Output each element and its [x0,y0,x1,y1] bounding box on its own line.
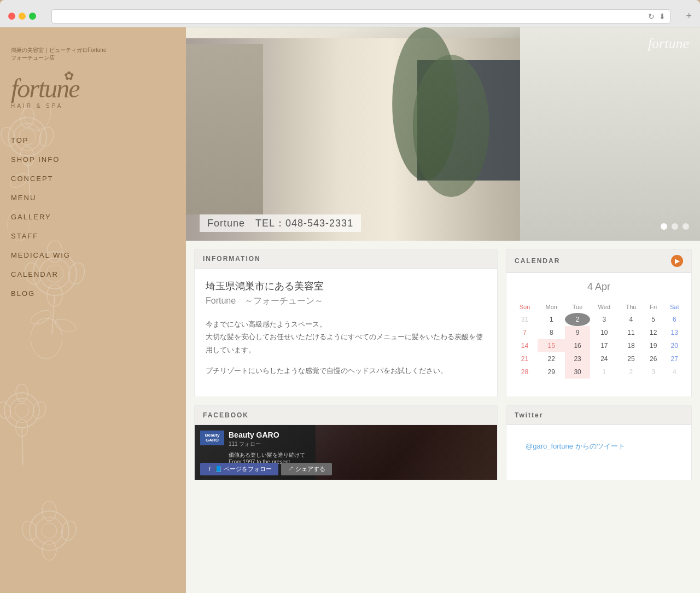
cal-cell-holiday[interactable]: 15 [538,339,565,352]
calendar-week-1: 31 1 2 3 4 5 6 [512,313,686,326]
cal-cell[interactable]: 21 [512,352,538,365]
hero-tel-text: Fortune TEL：048-543-2331 [200,214,361,232]
cal-th-sat: Sat [663,301,686,313]
calendar-week-3: 14 15 16 17 18 19 20 [512,339,686,352]
svg-point-18 [54,317,78,334]
twitter-body: @garo_fortune からのツイート [506,425,691,468]
cal-cell[interactable]: 25 [619,352,644,365]
cal-th-mon: Mon [538,301,565,313]
cal-cell[interactable]: 8 [538,326,565,339]
hero-slide-dots [661,223,689,230]
close-dot[interactable] [8,13,15,20]
sidebar-item-calendar[interactable]: CALENDAR [11,265,175,284]
facebook-icon: ｆ [207,466,213,472]
twitter-header: Twitter [506,406,691,425]
main-content: fortune Fortune TEL：048-543-2331 INFORMA… [186,27,700,593]
calendar-month: 4 Apr [512,278,686,295]
cal-cell[interactable]: 18 [619,339,644,352]
sidebar-item-top[interactable]: TOP [11,131,175,150]
cal-cell[interactable]: 4 [663,365,686,379]
cal-cell[interactable]: 3 [644,365,663,379]
cal-cell[interactable]: 31 [512,313,538,326]
calendar-week-2: 7 8 9 10 11 12 13 [512,326,686,339]
address-bar[interactable]: ↻ ⬇ [51,9,670,24]
sidebar-item-medical-wig[interactable]: MEDICAL WIG [11,246,175,265]
sidebar-item-concept[interactable]: CONCEPT [11,169,175,188]
browser-chrome: ↻ ⬇ + [0,0,700,27]
cal-cell[interactable]: 1 [590,365,619,379]
cal-cell[interactable]: 5 [644,313,663,326]
minimize-dot[interactable] [19,13,26,20]
cal-th-tue: Tue [565,301,590,313]
twitter-link[interactable]: @garo_fortune からのツイート [517,436,680,457]
logo-area: ✿ fortune HAIR & SPA [11,70,175,114]
calendar-next-button[interactable]: ▶ [671,255,683,267]
page-wrapper: 鴻巣の美容室｜ビューティガロFortune フォーチューン店 ✿ fortune… [0,27,700,593]
cal-cell[interactable]: 17 [590,339,619,352]
cal-cell[interactable]: 26 [644,352,663,365]
svg-point-29 [42,523,57,538]
sidebar-item-shop-info[interactable]: SHOP INFO [11,150,175,169]
cal-cell[interactable]: 19 [644,339,663,352]
facebook-tagline: 価値ある楽しい髪を造り続けて [229,451,305,459]
hero-dot-2[interactable] [672,223,678,230]
cal-cell-closed[interactable]: 16 [565,339,590,352]
hero-dot-3[interactable] [682,223,689,230]
new-tab-button[interactable]: + [686,10,692,22]
cal-cell[interactable]: 3 [590,313,619,326]
cal-cell-closed[interactable]: 9 [565,326,590,339]
cal-th-fri: Fri [644,301,663,313]
facebook-header: FACEBOOK [195,406,497,425]
sidebar-item-gallery[interactable]: GALLERY [11,207,175,226]
cal-cell-closed[interactable]: 30 [565,365,590,379]
cal-cell[interactable]: 14 [512,339,538,352]
cal-cell[interactable]: 13 [663,326,686,339]
cal-cell[interactable]: 20 [663,339,686,352]
info-text-2: プチリゾートにいらしたような感覚で自慢のヘッドスパをお試しください。 [206,364,486,377]
content-grid: INFORMATION 埼玉県鴻巣市にある美容室 Fortune ～フォーチュー… [186,241,700,405]
cal-cell-closed[interactable]: 23 [565,352,590,365]
sidebar-content: 鴻巣の美容室｜ビューティガロFortune フォーチューン店 ✿ fortune… [0,38,186,311]
cal-cell[interactable]: 29 [538,365,565,379]
cal-cell[interactable]: 11 [619,326,644,339]
info-text-1: 今までにない高級感たようスペース。大切な髪を安心してお任せいただけるようにすべて… [206,318,486,356]
facebook-badge: BeautyGARO [200,431,224,445]
sidebar-item-staff[interactable]: STAFF [11,226,175,246]
maximize-dot[interactable] [29,13,36,20]
sidebar: 鴻巣の美容室｜ビューティガロFortune フォーチューン店 ✿ fortune… [0,27,186,593]
cal-cell[interactable]: 10 [590,326,619,339]
calendar-panel: CALENDAR ▶ 4 Apr Sun Mon Tue Wed Thu [506,249,692,397]
cal-cell[interactable]: 28 [512,365,538,379]
svg-point-22 [0,400,13,421]
cal-cell-today[interactable]: 2 [565,313,590,326]
facebook-page-name: Beauty GARO [229,431,279,439]
facebook-share-button[interactable]: ↗ シェアする [281,463,332,475]
cal-cell[interactable]: 2 [619,365,644,379]
hero-dot-1[interactable] [661,223,667,230]
cal-cell[interactable]: 24 [590,352,619,365]
facebook-follow-button[interactable]: ｆ 📘 ページをフォロー [200,463,278,475]
cal-cell[interactable]: 1 [538,313,565,326]
logo-clover: ✿ [64,69,74,83]
calendar-header-row: Sun Mon Tue Wed Thu Fri Sat [512,301,686,313]
hero-tel-area: Fortune TEL：048-543-2331 [186,206,700,241]
facebook-followers: 111 フォロー [229,440,261,448]
cal-cell[interactable]: 12 [644,326,663,339]
cal-cell[interactable]: 7 [512,326,538,339]
hero-building-left [186,44,263,214]
cal-cell[interactable]: 6 [663,313,686,326]
calendar-week-4: 21 22 23 24 25 26 27 [512,352,686,365]
twitter-panel: Twitter @garo_fortune からのツイート [506,405,692,480]
calendar-body: 4 Apr Sun Mon Tue Wed Thu Fri Sat [506,273,691,384]
facebook-image: BeautyGARO Beauty GARO 111 フォロー 価値ある楽しい髪… [195,425,497,480]
sidebar-item-menu[interactable]: MENU [11,188,175,207]
cal-cell[interactable]: 27 [663,352,686,365]
cal-th-wed: Wed [590,301,619,313]
sidebar-item-blog[interactable]: BLOG [11,284,175,303]
cal-th-sun: Sun [512,301,538,313]
download-icon: ⬇ [659,12,666,21]
cal-cell[interactable]: 22 [538,352,565,365]
cal-cell[interactable]: 4 [619,313,644,326]
facebook-actions: ｆ 📘 ページをフォロー ↗ シェアする [200,463,492,475]
calendar-panel-header: CALENDAR ▶ [506,249,691,273]
